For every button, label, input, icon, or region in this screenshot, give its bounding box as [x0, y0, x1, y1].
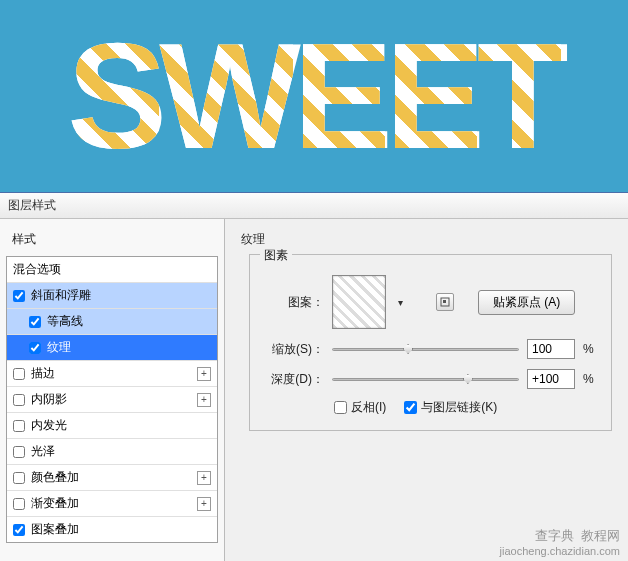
- style-label: 内阴影: [31, 391, 197, 408]
- add-effect-icon[interactable]: +: [197, 367, 211, 381]
- style-row-4[interactable]: 内阴影+: [7, 387, 217, 413]
- invert-checkbox[interactable]: 反相(I): [334, 399, 386, 416]
- style-checkbox[interactable]: [13, 290, 25, 302]
- elements-group: 图素 图案： 贴紧原点 (A) 缩放(S)：: [249, 254, 612, 431]
- link-layer-checkbox[interactable]: 与图层链接(K): [404, 399, 497, 416]
- style-checkbox[interactable]: [13, 446, 25, 458]
- blending-options-row[interactable]: 混合选项: [7, 257, 217, 283]
- styles-sidebar: 样式 混合选项 斜面和浮雕等高线纹理描边+内阴影+内发光光泽颜色叠加+渐变叠加+…: [0, 219, 225, 561]
- add-effect-icon[interactable]: +: [197, 393, 211, 407]
- style-checkbox[interactable]: [29, 316, 41, 328]
- style-label: 等高线: [47, 313, 211, 330]
- add-effect-icon[interactable]: +: [197, 471, 211, 485]
- snap-origin-button[interactable]: 贴紧原点 (A): [478, 290, 575, 315]
- style-label: 渐变叠加: [31, 495, 197, 512]
- texture-panel: 纹理 图素 图案： 贴紧原点 (A) 缩放(S)：: [225, 219, 628, 561]
- style-row-3[interactable]: 描边+: [7, 361, 217, 387]
- texture-section-title: 纹理: [241, 231, 612, 248]
- preview-text: SWEET: [67, 10, 560, 183]
- depth-input[interactable]: [527, 369, 575, 389]
- style-row-0[interactable]: 斜面和浮雕: [7, 283, 217, 309]
- scale-label: 缩放(S)：: [264, 341, 324, 358]
- scale-input[interactable]: [527, 339, 575, 359]
- style-row-1[interactable]: 等高线: [7, 309, 217, 335]
- texture-options-row: 反相(I) 与图层链接(K): [334, 399, 597, 416]
- depth-unit: %: [583, 372, 597, 386]
- style-checkbox[interactable]: [13, 472, 25, 484]
- pattern-preview[interactable]: [332, 275, 386, 329]
- style-label: 描边: [31, 365, 197, 382]
- pattern-row: 图案： 贴紧原点 (A): [264, 275, 597, 329]
- style-checkbox[interactable]: [13, 420, 25, 432]
- style-row-9[interactable]: 图案叠加: [7, 517, 217, 542]
- preview-area: SWEET: [0, 0, 628, 192]
- style-label: 光泽: [31, 443, 211, 460]
- new-pattern-icon[interactable]: [436, 293, 454, 311]
- style-checkbox[interactable]: [13, 498, 25, 510]
- scale-slider[interactable]: [332, 340, 519, 358]
- layer-style-dialog: 图层样式 样式 混合选项 斜面和浮雕等高线纹理描边+内阴影+内发光光泽颜色叠加+…: [0, 192, 628, 561]
- style-checkbox[interactable]: [13, 524, 25, 536]
- style-checkbox[interactable]: [13, 394, 25, 406]
- styles-list: 混合选项 斜面和浮雕等高线纹理描边+内阴影+内发光光泽颜色叠加+渐变叠加+图案叠…: [6, 256, 218, 543]
- scale-unit: %: [583, 342, 597, 356]
- style-label: 颜色叠加: [31, 469, 197, 486]
- scale-row: 缩放(S)： %: [264, 339, 597, 359]
- style-row-7[interactable]: 颜色叠加+: [7, 465, 217, 491]
- style-label: 图案叠加: [31, 521, 211, 538]
- style-label: 斜面和浮雕: [31, 287, 211, 304]
- depth-row: 深度(D)： %: [264, 369, 597, 389]
- add-effect-icon[interactable]: +: [197, 497, 211, 511]
- pattern-label: 图案：: [264, 294, 324, 311]
- svg-rect-1: [443, 300, 446, 303]
- style-label: 内发光: [31, 417, 211, 434]
- style-row-8[interactable]: 渐变叠加+: [7, 491, 217, 517]
- style-checkbox[interactable]: [29, 342, 41, 354]
- style-row-2[interactable]: 纹理: [7, 335, 217, 361]
- style-row-6[interactable]: 光泽: [7, 439, 217, 465]
- depth-label: 深度(D)：: [264, 371, 324, 388]
- styles-label: 样式: [6, 227, 218, 252]
- style-checkbox[interactable]: [13, 368, 25, 380]
- elements-legend: 图素: [260, 247, 292, 264]
- depth-slider[interactable]: [332, 370, 519, 388]
- pattern-dropdown-icon[interactable]: [394, 297, 406, 307]
- dialog-title: 图层样式: [0, 193, 628, 219]
- style-label: 纹理: [47, 339, 211, 356]
- style-row-5[interactable]: 内发光: [7, 413, 217, 439]
